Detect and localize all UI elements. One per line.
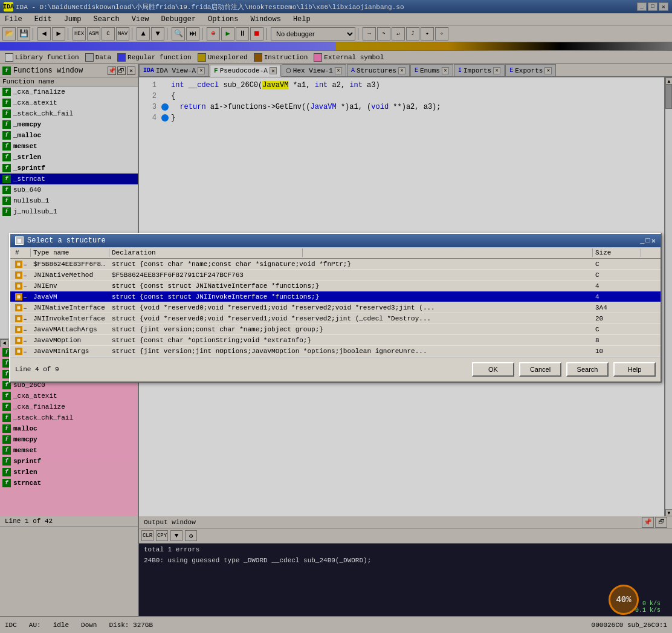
row-declaration: struct {const struct JNIInvokeInterface …: [109, 293, 593, 300]
row-size: C: [593, 326, 641, 333]
row-typename: JNINativeMethod: [31, 271, 109, 279]
row-size: 4: [593, 282, 641, 290]
dialog-table-row[interactable]: ▦ 3JNINativeMethod$F5B8624EE83FF6F82791C…: [10, 270, 661, 281]
dialog-cancel-btn[interactable]: Cancel: [519, 362, 561, 377]
row-size: C: [593, 261, 641, 268]
dialog-search-btn[interactable]: Search: [566, 362, 609, 377]
dialog-minimize-btn[interactable]: _: [640, 236, 644, 245]
row-declaration: struct {void *reserved0;void *reserved1;…: [109, 315, 593, 322]
dialog-table-row[interactable]: ▦ 9JavaVMAttachArgsstruct {jint version;…: [10, 324, 661, 335]
col-header-decl-cont: [303, 248, 593, 257]
dialog-table-row[interactable]: ▦ 11JavaVMInitArgsstruct {jint version;j…: [10, 346, 661, 357]
dialog-maximize-btn[interactable]: □: [646, 236, 650, 245]
row-icon: ▦: [15, 326, 22, 333]
col-header-declaration: Declaration: [109, 248, 303, 257]
dialog-title-bar: ▦ Select a structure _ □ ✕: [10, 234, 661, 247]
dialog-ok-btn[interactable]: OK: [472, 362, 514, 377]
row-icon: ▦: [15, 261, 22, 268]
row-icon: ▦: [15, 315, 22, 322]
row-typename: JavaVMOption: [31, 337, 109, 344]
dialog-table-row[interactable]: ▦ 4JNIEnvstruct {const struct JNINativeI…: [10, 281, 661, 291]
row-num: ▦ 9: [13, 325, 31, 333]
row-num: ▦ 4: [13, 282, 31, 290]
row-icon: ▦: [15, 337, 22, 344]
dialog-help-btn[interactable]: Help: [613, 362, 656, 377]
row-size: 20: [593, 315, 641, 322]
row-num: ▦ 8: [13, 314, 31, 322]
row-typename: JavaVMAttachArgs: [31, 326, 109, 333]
row-num: ▦ 10: [13, 336, 31, 344]
row-num: ▦ 11: [13, 347, 31, 355]
row-size: 4: [593, 293, 641, 300]
row-size: 3A4: [593, 304, 641, 311]
dialog-icon: ▦: [15, 236, 24, 245]
row-num: ▦ 3: [13, 271, 31, 279]
row-typename: JNIEnv: [31, 282, 109, 290]
dialog-table-row[interactable]: ▦ 2$F5B8624EE83FF6F82791C1F247BCF763stru…: [10, 259, 661, 270]
row-icon: ▦: [15, 304, 22, 311]
row-typename: JNINativeInterface: [31, 304, 109, 311]
row-num: ▦ 2: [13, 260, 31, 268]
row-size: C: [593, 271, 641, 279]
select-structure-dialog: ▦ Select a structure _ □ ✕ # Type name D…: [9, 233, 662, 383]
dialog-status: Line 4 of 9: [15, 366, 59, 373]
row-typename: JavaVM: [31, 293, 109, 300]
row-icon: ▦: [15, 293, 22, 300]
row-typename: $F5B8624EE83FF6F82791C1F247BCF763: [31, 261, 109, 268]
dialog-table-row[interactable]: ▦ 8JNIInvokeInterfacestruct {void *reser…: [10, 313, 661, 324]
row-num: ▦ 5: [13, 293, 31, 300]
row-declaration: struct {const struct JNINativeInterface …: [109, 282, 593, 290]
row-declaration: struct {jint version;jint nOptions;JavaV…: [109, 348, 593, 355]
dialog-table: ▦ 2$F5B8624EE83FF6F82791C1F247BCF763stru…: [10, 259, 661, 357]
dialog-buttons: OK Cancel Search Help: [472, 362, 656, 377]
row-declaration: struct {const char *optionString;void *e…: [109, 337, 593, 344]
row-icon: ▦: [15, 348, 22, 355]
row-num: ▦ 7: [13, 304, 31, 311]
row-declaration: $F5B8624EE83FF6F82791C1F247BCF763: [109, 271, 593, 279]
col-header-size: Size: [593, 248, 641, 257]
row-icon: ▦: [15, 282, 22, 290]
row-icon: ▦: [15, 271, 22, 279]
dialog-title-text: Select a structure: [27, 236, 106, 245]
dialog-win-controls: _ □ ✕: [640, 236, 656, 245]
row-size: 10: [593, 348, 641, 355]
dialog-overlay: ▦ Select a structure _ □ ✕ # Type name D…: [0, 0, 672, 633]
dialog-close-btn[interactable]: ✕: [651, 236, 656, 245]
row-declaration: struct {const char *name;const char *sig…: [109, 261, 593, 268]
dialog-footer: Line 4 of 9 OK Cancel Search Help: [10, 357, 661, 381]
dialog-table-row[interactable]: ▦ 5JavaVMstruct {const struct JNIInvokeI…: [10, 291, 661, 302]
row-typename: JNIInvokeInterface: [31, 315, 109, 322]
col-header-num: #: [13, 248, 31, 257]
col-header-typename: Type name: [31, 248, 109, 257]
row-declaration: struct {void *reserved0;void *reserved1;…: [109, 304, 593, 311]
dialog-table-row[interactable]: ▦ 7JNINativeInterfacestruct {void *reser…: [10, 302, 661, 313]
row-declaration: struct {jint version;const char *name;jo…: [109, 326, 593, 333]
row-size: 8: [593, 337, 641, 344]
dialog-table-header: # Type name Declaration Size: [10, 247, 661, 259]
dialog-table-row[interactable]: ▦ 10JavaVMOptionstruct {const char *opti…: [10, 335, 661, 346]
row-typename: JavaVMInitArgs: [31, 348, 109, 355]
